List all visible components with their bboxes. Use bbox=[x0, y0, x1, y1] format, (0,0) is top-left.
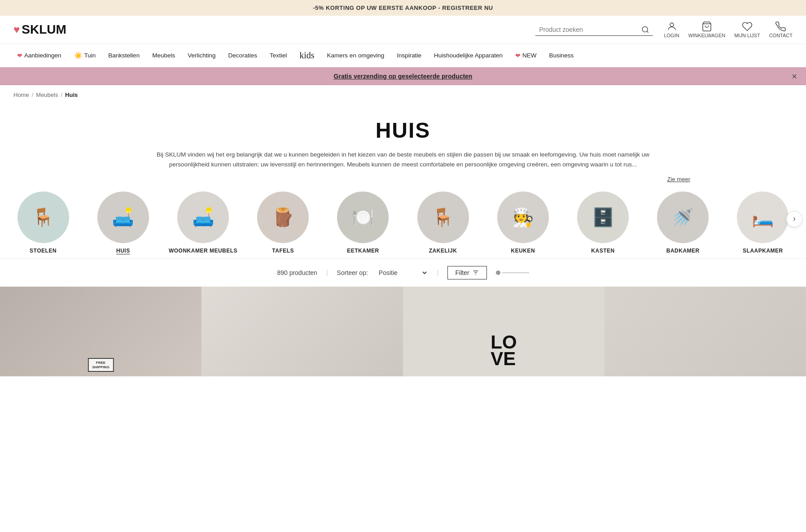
mijn-lijst-button[interactable]: MIJN LIJST bbox=[734, 21, 760, 38]
breadcrumb: Home / Meubels / Huis bbox=[0, 85, 806, 105]
category-item-badkamer[interactable]: 🚿BADKAMER bbox=[644, 192, 722, 254]
category-circle-huis: 🛋️ bbox=[97, 192, 149, 243]
search-bar[interactable] bbox=[535, 24, 653, 36]
winkelwagen-button[interactable]: WINKELWAGEN bbox=[688, 21, 726, 38]
nav-label-kids: kids bbox=[299, 50, 314, 61]
nav-item-business[interactable]: Business bbox=[543, 46, 580, 65]
filter-separator: | bbox=[437, 269, 439, 276]
nav-item-kamers[interactable]: Kamers en omgeving bbox=[321, 46, 391, 65]
product-tile-4-content bbox=[604, 287, 806, 376]
nav-label-business: Business bbox=[549, 52, 574, 59]
heart-icon: ❤ bbox=[17, 52, 22, 59]
nav-item-bankstellen[interactable]: Bankstellen bbox=[102, 46, 146, 65]
sort-label: Sorteer op: bbox=[337, 269, 368, 276]
nav-item-verlichting[interactable]: Verlichting bbox=[181, 46, 222, 65]
promo-link[interactable]: Gratis verzending op geselecteerde produ… bbox=[334, 73, 473, 80]
logo-text: SKLUM bbox=[22, 22, 66, 37]
nav-label-aanbiedingen: Aanbiedingen bbox=[24, 52, 61, 59]
category-circle-tafels: 🪵 bbox=[257, 192, 309, 243]
nav-label-inspiratie: Inspiratie bbox=[397, 52, 421, 59]
category-item-woonkamer-meubels[interactable]: 🛋️WOONKAMER MEUBELS bbox=[164, 192, 241, 254]
category-label-keuken: KEUKEN bbox=[511, 248, 535, 254]
category-label-stoelen: STOELEN bbox=[30, 248, 57, 254]
sort-select-wrapper[interactable]: Positie Prijs laag-hoog Prijs hoog-laag … bbox=[377, 269, 428, 277]
sort-separator: | bbox=[326, 269, 328, 276]
svg-point-0 bbox=[643, 26, 648, 32]
nav-item-inspiratie[interactable]: Inspiratie bbox=[390, 46, 428, 65]
nav-item-decoraties[interactable]: Decoraties bbox=[222, 46, 263, 65]
category-label-badkamer: BADKAMER bbox=[666, 248, 700, 254]
category-item-eetkamer[interactable]: 🍽️EETKAMER bbox=[324, 192, 402, 254]
categories-row: 🪑STOELEN🛋️HUIS🛋️WOONKAMER MEUBELS🪵TAFELS… bbox=[0, 183, 806, 258]
category-next-arrow[interactable]: › bbox=[786, 211, 802, 227]
category-label-tafels: TAFELS bbox=[272, 248, 294, 254]
top-banner-text: -5% KORTING OP UW EERSTE AANKOOP - REGIS… bbox=[313, 4, 493, 11]
page-title: HUIS bbox=[9, 118, 797, 143]
category-item-zakelijk[interactable]: 🪑ZAKELIJK bbox=[404, 192, 482, 254]
contact-label: CONTACT bbox=[769, 33, 793, 38]
see-more-container: Zie meer bbox=[102, 174, 704, 183]
nav-item-aanbiedingen[interactable]: ❤ Aanbiedingen bbox=[11, 46, 68, 65]
category-circle-kasten: 🗄️ bbox=[577, 192, 629, 243]
sort-bar: 890 producten | Sorteer op: Positie Prij… bbox=[0, 258, 806, 287]
filter-button[interactable]: Filter bbox=[447, 266, 486, 279]
category-item-stoelen[interactable]: 🪑STOELEN bbox=[4, 192, 82, 254]
category-circle-woonkamer-meubels: 🛋️ bbox=[177, 192, 229, 243]
nav-item-textiel[interactable]: Textiel bbox=[263, 46, 293, 65]
category-item-huis[interactable]: 🛋️HUIS bbox=[84, 192, 162, 254]
winkelwagen-label: WINKELWAGEN bbox=[688, 33, 726, 38]
nav-item-meubels[interactable]: Meubels bbox=[146, 46, 181, 65]
category-circle-eetkamer: 🍽️ bbox=[337, 192, 389, 243]
mijn-lijst-label: MIJN LIJST bbox=[734, 33, 760, 38]
product-tile-3-text: LOVE bbox=[491, 334, 517, 368]
page-title-section: HUIS bbox=[0, 105, 806, 150]
free-shipping-badge: FREESHIPPING bbox=[88, 358, 114, 372]
new-heart-icon: ❤ bbox=[515, 52, 521, 59]
breadcrumb-sep-1: / bbox=[32, 92, 34, 98]
page-description: Bij SKLUM vinden wij het erg belangrijk … bbox=[134, 150, 672, 174]
header-right: LOGIN WINKELWAGEN MIJN LIJST CONTACT bbox=[535, 21, 793, 38]
category-label-huis: HUIS bbox=[116, 248, 130, 254]
category-item-tafels[interactable]: 🪵TAFELS bbox=[245, 192, 322, 254]
filter-icon bbox=[472, 269, 479, 276]
nav-label-new: NEW bbox=[522, 52, 537, 59]
header: ♥ SKLUM LOGIN WINKELWAGEN bbox=[0, 16, 806, 44]
sun-icon: ☀️ bbox=[74, 52, 83, 60]
login-button[interactable]: LOGIN bbox=[664, 21, 679, 38]
range-line bbox=[502, 272, 529, 273]
nav-item-huishoudelijk[interactable]: Huishoudelijke Apparaten bbox=[428, 46, 509, 65]
product-tile-1: FREESHIPPING bbox=[0, 287, 202, 376]
promo-close-button[interactable]: × bbox=[792, 71, 797, 82]
breadcrumb-home[interactable]: Home bbox=[13, 92, 29, 98]
top-banner: -5% KORTING OP UW EERSTE AANKOOP - REGIS… bbox=[0, 0, 806, 16]
product-tile-4 bbox=[604, 287, 806, 376]
search-input[interactable] bbox=[539, 26, 638, 33]
category-circle-zakelijk: 🪑 bbox=[417, 192, 469, 243]
nav-label-verlichting: Verlichting bbox=[188, 52, 215, 59]
breadcrumb-meubels[interactable]: Meubels bbox=[36, 92, 58, 98]
product-tile-3: LOVE bbox=[403, 287, 604, 376]
category-label-slaapkamer: SLAAPKAMER bbox=[743, 248, 783, 254]
range-indicator bbox=[496, 270, 529, 275]
nav-item-kids[interactable]: kids bbox=[293, 44, 320, 67]
category-circle-keuken: 🧑‍🍳 bbox=[497, 192, 549, 243]
see-more-link[interactable]: Zie meer bbox=[667, 176, 690, 183]
sort-select[interactable]: Positie Prijs laag-hoog Prijs hoog-laag … bbox=[377, 269, 428, 277]
nav-item-new[interactable]: ❤ NEW bbox=[509, 46, 543, 65]
product-tile-2-content bbox=[202, 287, 403, 376]
nav-label-kamers: Kamers en omgeving bbox=[327, 52, 385, 59]
nav-item-tuin[interactable]: ☀️ Tuin bbox=[68, 45, 102, 66]
category-circle-stoelen: 🪑 bbox=[18, 192, 69, 243]
nav-label-meubels: Meubels bbox=[152, 52, 175, 59]
logo[interactable]: ♥ SKLUM bbox=[13, 22, 66, 37]
category-item-keuken[interactable]: 🧑‍🍳KEUKEN bbox=[484, 192, 561, 254]
product-strip: FREESHIPPING LOVE bbox=[0, 287, 806, 376]
category-item-kasten[interactable]: 🗄️KASTEN bbox=[564, 192, 641, 254]
svg-line-1 bbox=[647, 31, 648, 32]
range-dot bbox=[496, 270, 500, 275]
login-label: LOGIN bbox=[664, 33, 679, 38]
nav-label-decoraties: Decoraties bbox=[228, 52, 257, 59]
contact-button[interactable]: CONTACT bbox=[769, 21, 793, 38]
category-label-eetkamer: EETKAMER bbox=[347, 248, 379, 254]
product-tile-2 bbox=[202, 287, 403, 376]
